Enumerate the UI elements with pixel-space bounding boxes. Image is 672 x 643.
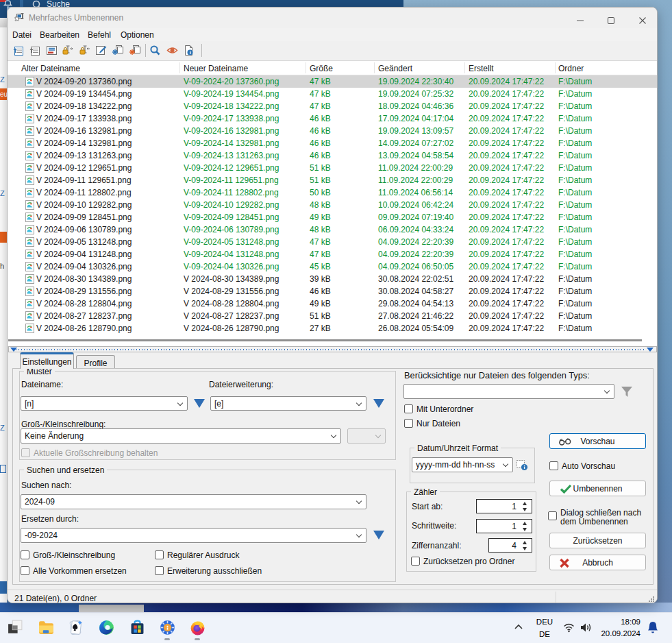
svg-text:Suche: Suche bbox=[47, 0, 70, 7]
